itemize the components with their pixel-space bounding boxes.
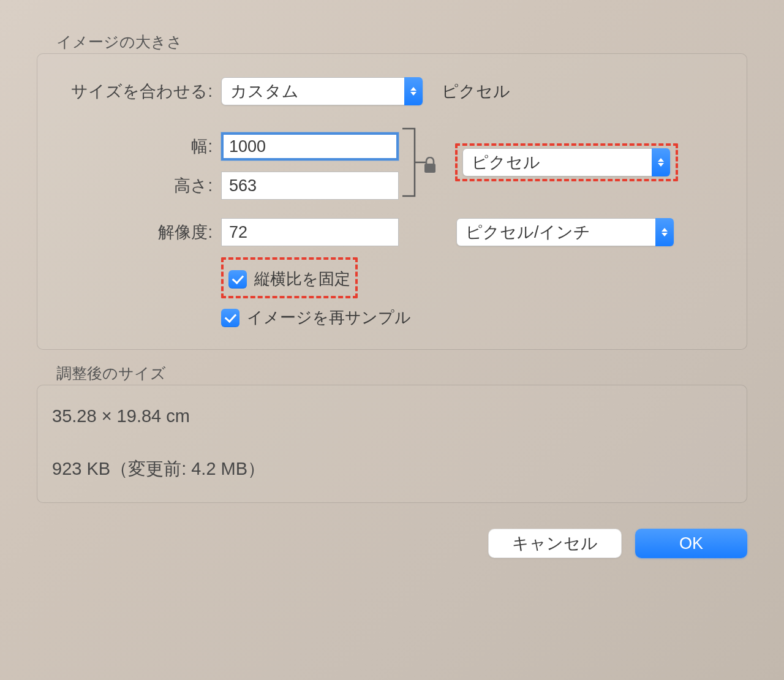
fit-into-select[interactable]: カスタム <box>221 77 423 105</box>
lock-bracket <box>399 123 435 202</box>
resolution-label: 解像度: <box>56 221 221 243</box>
lock-icon <box>423 157 437 178</box>
width-input[interactable] <box>221 132 399 161</box>
ok-button[interactable]: OK <box>635 529 747 558</box>
height-label: 高さ: <box>56 175 221 197</box>
updown-icon <box>404 77 423 105</box>
annotation-units-highlight: ピクセル <box>455 143 678 181</box>
fit-into-select-value: カスタム <box>230 80 299 102</box>
resolution-unit-select[interactable]: ピクセル/インチ <box>456 218 674 246</box>
image-size-group: サイズを合わせる: カスタム ピクセル 幅: 高さ: <box>37 53 747 350</box>
fit-into-label: サイズを合わせる: <box>56 80 221 102</box>
resulting-dimensions: 35.28 × 19.84 cm <box>52 406 732 426</box>
resulting-size-group: 35.28 × 19.84 cm 923 KB（変更前: 4.2 MB） <box>37 385 747 503</box>
height-input[interactable] <box>221 172 399 200</box>
constrain-checkbox[interactable] <box>228 270 247 289</box>
dimensions-unit-value: ピクセル <box>472 151 540 173</box>
svg-rect-1 <box>424 164 435 173</box>
constrain-label: 縦横比を固定 <box>254 268 350 290</box>
resulting-size-group-title: 調整後のサイズ <box>56 363 747 383</box>
resample-checkbox[interactable] <box>221 309 239 327</box>
image-size-group-title: イメージの大きさ <box>56 32 747 52</box>
updown-icon <box>655 218 674 246</box>
resulting-filesize: 923 KB（変更前: 4.2 MB） <box>52 457 732 482</box>
resample-label: イメージを再サンプル <box>247 307 411 328</box>
updown-icon <box>652 148 670 176</box>
width-label: 幅: <box>56 135 221 157</box>
cancel-button[interactable]: キャンセル <box>488 529 622 558</box>
resolution-input[interactable] <box>221 218 399 246</box>
dimensions-unit-select[interactable]: ピクセル <box>462 148 671 176</box>
fit-unit-text: ピクセル <box>442 80 510 102</box>
resolution-unit-value: ピクセル/インチ <box>466 221 590 243</box>
annotation-constrain-highlight: 縦横比を固定 <box>221 257 358 298</box>
